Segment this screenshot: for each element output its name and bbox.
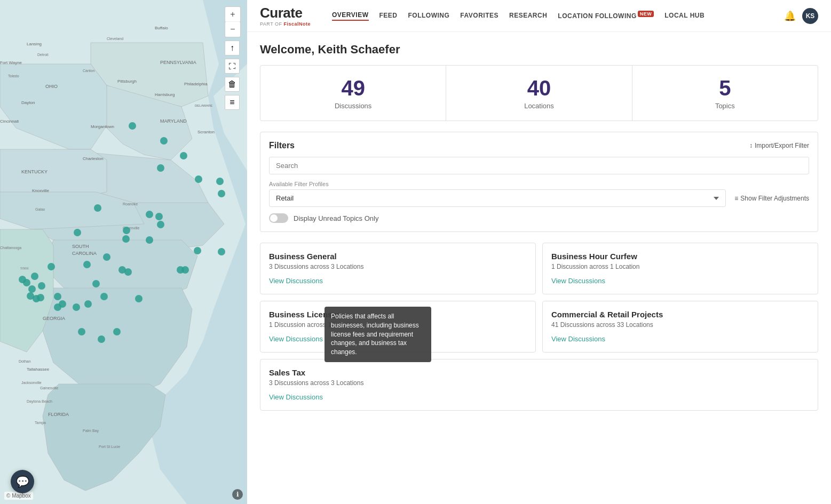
filter-profiles-label: Available Filter Profiles [269,181,809,187]
svg-point-56 [100,293,108,300]
locations-count: 40 [455,76,623,100]
stat-topics: 5 Topics [632,66,818,121]
filter-profile-select[interactable]: Retail [269,189,726,207]
svg-text:Charleston: Charleston [83,156,104,161]
svg-point-46 [157,164,164,172]
svg-point-47 [146,211,153,218]
svg-point-70 [48,263,55,270]
svg-point-49 [157,221,164,228]
nav-location-following[interactable]: LOCATION FOLLOWINGNEW [558,11,654,21]
svg-point-67 [37,294,44,301]
filters-title: Filters [269,141,295,150]
new-badge: NEW [638,11,654,17]
svg-text:Canton: Canton [83,69,95,73]
topics-label: Topics [641,102,809,110]
nav-favorites[interactable]: FAVORITES [460,12,498,20]
import-export-button[interactable]: ↕ Import/Export Filter [749,142,809,149]
toggle-row: Display Unread Topics Only [269,213,809,223]
header-right: 🔔 KS [784,8,818,24]
nav-overview[interactable]: OVERVIEW [332,11,368,21]
svg-text:Dothan: Dothan [19,359,31,363]
svg-text:Galax: Galax [35,207,45,211]
discussions-label: Discussions [269,102,437,110]
svg-text:Knoxville: Knoxville [32,188,50,193]
logo-subtitle: PART OF FiscalNote [260,21,311,27]
card-business-hour-curfew: Business Hour Curfew 1 Discussion across… [542,243,818,294]
svg-point-82 [122,235,130,243]
svg-point-52 [94,204,101,212]
view-discussions-link[interactable]: View Discussions [269,393,323,401]
card-subtitle: 3 Discussions across 3 Locations [269,263,527,270]
notification-bell-icon[interactable]: 🔔 [784,10,796,22]
svg-text:Philadelphia: Philadelphia [184,82,208,86]
welcome-title: Welcome, Keith Schaefer [260,43,818,57]
svg-point-74 [135,295,143,302]
layers-button[interactable]: ≡ [225,95,240,110]
user-avatar[interactable]: KS [802,8,818,24]
svg-point-48 [155,213,163,220]
svg-text:Pittsburgh: Pittsburgh [117,79,137,84]
topics-count: 5 [641,76,809,100]
map-info-button[interactable]: ℹ [232,489,243,500]
svg-point-59 [54,293,61,300]
svg-text:Tallahassee: Tallahassee [27,367,50,372]
card-title: Commercial & Retail Projects [551,310,809,319]
svg-point-76 [181,266,189,274]
svg-point-78 [113,328,121,335]
svg-point-81 [123,227,130,234]
stat-discussions: 49 Discussions [260,66,446,121]
svg-text:Harrisburg: Harrisburg [155,92,175,97]
svg-text:Morgantown: Morgantown [91,124,114,129]
view-discussions-link[interactable]: View Discussions [269,277,323,285]
chat-widget-button[interactable]: 💬 [11,470,34,493]
svg-point-73 [124,268,132,276]
show-adjustments-button[interactable]: ≡ Show Filter Adjustments [734,195,809,202]
svg-point-64 [19,276,26,283]
svg-point-55 [92,280,100,287]
toggle-label: Display Unread Topics Only [294,214,378,222]
card-business-general: Business General 3 Discussions across 3 … [260,243,536,294]
card-business-licenses: Business Licenses 1 Discussion across 1 … [260,301,536,353]
unread-topics-toggle[interactable] [269,213,288,223]
compass-button[interactable]: ↑ [225,41,240,55]
view-discussions-link[interactable]: View Discussions [551,335,605,343]
card-tooltip: Policies that affects all businesses, in… [325,307,431,362]
zoom-out-button[interactable]: − [225,22,240,37]
card-title: Business General [269,252,527,261]
search-input[interactable] [269,157,809,174]
card-subtitle: 41 Discussions across 33 Locations [551,321,809,329]
filters-header: Filters ↕ Import/Export Filter [269,141,809,150]
fullscreen-button[interactable] [225,59,240,74]
delete-button[interactable]: 🗑 [225,77,240,92]
nav-feed[interactable]: FEED [379,12,398,20]
svg-text:OHIO: OHIO [45,84,58,89]
svg-text:Jacksonville: Jacksonville [21,381,42,385]
svg-text:KENTUCKY: KENTUCKY [21,169,48,174]
zoom-controls[interactable]: + − [225,6,241,37]
cards-grid: Business General 3 Discussions across 3 … [260,243,818,411]
nav-local-hub[interactable]: LOCAL HUB [664,12,705,20]
svg-point-58 [73,303,80,311]
right-panel: Curate PART OF FiscalNote OVERVIEW FEED … [247,0,831,504]
view-discussions-link[interactable]: View Discussions [551,277,605,285]
logo: Curate PART OF FiscalNote [260,5,311,27]
svg-point-53 [74,229,81,236]
nav-research[interactable]: RESEARCH [509,12,547,20]
logo-title: Curate [260,5,311,21]
svg-point-69 [59,300,66,308]
svg-text:CAROLINA: CAROLINA [72,251,97,256]
svg-point-41 [160,137,168,145]
nav-following[interactable]: FOLLOWING [408,12,450,20]
svg-text:SSEE: SSEE [20,267,29,270]
svg-point-43 [195,175,202,183]
discussions-count: 49 [269,76,437,100]
stat-locations: 40 Locations [446,66,632,121]
card-sales-tax: Sales Tax 3 Discussions across 3 Locatio… [260,359,818,411]
svg-text:PENNSYLVANIA: PENNSYLVANIA [160,60,196,65]
locations-label: Locations [455,102,623,110]
zoom-in-button[interactable]: + [225,7,240,22]
svg-point-61 [38,282,45,290]
svg-text:Cincinnati: Cincinnati [0,119,19,124]
svg-text:Palm Bay: Palm Bay [83,429,99,433]
view-discussions-link[interactable]: View Discussions [269,335,323,343]
